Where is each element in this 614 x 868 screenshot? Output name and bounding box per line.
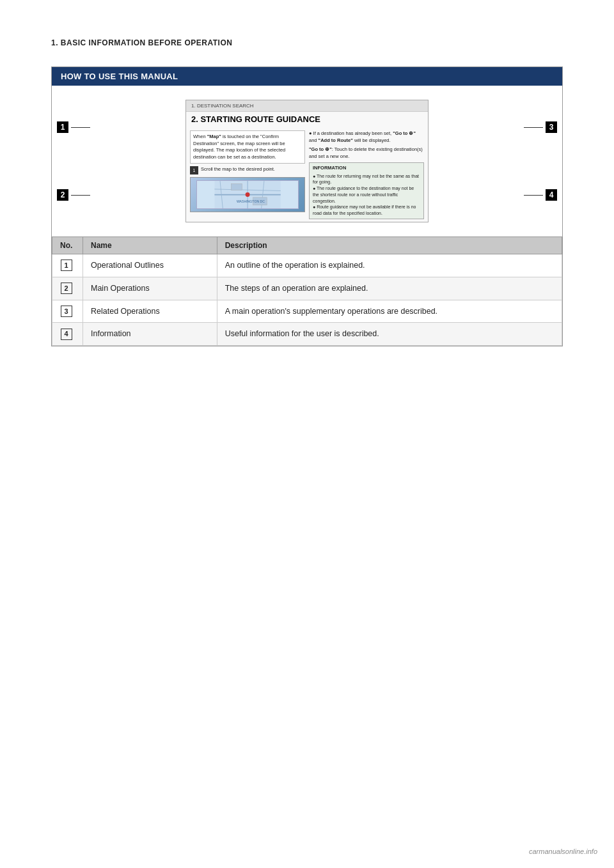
- map-inner: WASHINGTON DC: [196, 180, 299, 209]
- cell-name: Information: [83, 323, 217, 346]
- table-header: No. Name Description: [52, 237, 562, 254]
- step-num: 1: [190, 166, 198, 174]
- cell-num: 1: [52, 254, 83, 277]
- row-num-badge: 3: [61, 306, 72, 317]
- callout-num-1: 1: [57, 121, 68, 133]
- table-header-row: No. Name Description: [52, 237, 562, 254]
- right-text-1: ● If a destination has already been set,…: [309, 130, 424, 144]
- content-box: HOW TO USE THIS MANUAL 1 2 1. DESTINATIO…: [51, 66, 563, 346]
- callout-left-1: 1: [57, 121, 90, 133]
- line-2: [71, 195, 90, 196]
- table-row: 4InformationUseful information for the u…: [52, 323, 562, 346]
- row-num-badge: 2: [61, 283, 72, 294]
- col-description: Description: [217, 237, 562, 254]
- cell-num: 4: [52, 323, 83, 346]
- page-container: 1. BASIC INFORMATION BEFORE OPERATION HO…: [0, 0, 614, 868]
- step-text: Scroll the map to the desired point.: [201, 166, 275, 173]
- info-table: No. Name Description 1Operational Outlin…: [52, 236, 562, 346]
- info-box-title: INFORMATION: [313, 165, 420, 172]
- col-no: No.: [52, 237, 83, 254]
- svg-text:WASHINGTON DC: WASHINGTON DC: [237, 199, 265, 203]
- callout-num-4: 4: [546, 189, 557, 201]
- info-box-preview: INFORMATION ● The route for returning ma…: [309, 162, 424, 219]
- table-row: 2Main OperationsThe steps of an operatio…: [52, 277, 562, 300]
- left-text: When "Map" is touched on the "Confirm De…: [193, 134, 285, 160]
- info-line-2: ● The route guidance to the destination …: [313, 185, 420, 204]
- line-3: [524, 127, 543, 128]
- preview-wrapper: 1 2 1. DESTINATION SEARCH 2. STARTING RO…: [52, 86, 562, 236]
- cell-description: A main operation's supplementary operati…: [217, 300, 562, 323]
- callout-num-3: 3: [546, 121, 557, 133]
- left-text-block: When "Map" is touched on the "Confirm De…: [190, 130, 305, 164]
- preview-right: ● If a destination has already been set,…: [309, 130, 424, 219]
- svg-point-8: [246, 192, 250, 197]
- table-row: 3Related OperationsA main operation's su…: [52, 300, 562, 323]
- cell-name: Main Operations: [83, 277, 217, 300]
- cell-num: 2: [52, 277, 83, 300]
- cell-name: Operational Outlines: [83, 254, 217, 277]
- cell-description: The steps of an operation are explained.: [217, 277, 562, 300]
- map-thumbnail: WASHINGTON DC: [190, 177, 305, 212]
- callout-right-3: 3: [524, 121, 557, 133]
- section-title: 1. BASIC INFORMATION BEFORE OPERATION: [51, 38, 563, 47]
- cell-num: 3: [52, 300, 83, 323]
- preview-title: 2. STARTING ROUTE GUIDANCE: [186, 112, 428, 128]
- table-row: 1Operational OutlinesAn outline of the o…: [52, 254, 562, 277]
- col-name: Name: [83, 237, 217, 254]
- callout-left-2: 2: [57, 189, 90, 201]
- preview-step: 1 Scroll the map to the desired point.: [190, 166, 305, 174]
- manual-preview: 1. DESTINATION SEARCH 2. STARTING ROUTE …: [185, 100, 429, 222]
- preview-header: 1. DESTINATION SEARCH: [186, 100, 428, 112]
- callouts-right: 3 4: [519, 93, 557, 229]
- preview-left: When "Map" is touched on the "Confirm De…: [190, 130, 305, 219]
- header-bar: HOW TO USE THIS MANUAL: [52, 67, 562, 86]
- svg-rect-6: [231, 183, 242, 190]
- map-svg: WASHINGTON DC: [197, 181, 298, 208]
- cell-description: An outline of the operation is explained…: [217, 254, 562, 277]
- line-4: [524, 195, 543, 196]
- info-line-3: ● Route guidance may not be available if…: [313, 204, 420, 217]
- preview-body: When "Map" is touched on the "Confirm De…: [186, 128, 428, 222]
- cell-name: Related Operations: [83, 300, 217, 323]
- table-body: 1Operational OutlinesAn outline of the o…: [52, 254, 562, 346]
- callout-num-2: 2: [57, 189, 68, 201]
- info-line-1: ● The route for returning may not be the…: [313, 173, 420, 186]
- row-num-badge: 4: [61, 329, 72, 340]
- callouts-left: 1 2: [57, 93, 95, 229]
- row-num-badge: 1: [61, 260, 72, 271]
- watermark: carmanualsonline.info: [525, 846, 601, 856]
- line-1: [71, 127, 90, 128]
- right-text-2: "Go to ⊕": Touch to delete the existing …: [309, 146, 424, 160]
- callout-right-4: 4: [524, 189, 557, 201]
- cell-description: Useful information for the user is descr…: [217, 323, 562, 346]
